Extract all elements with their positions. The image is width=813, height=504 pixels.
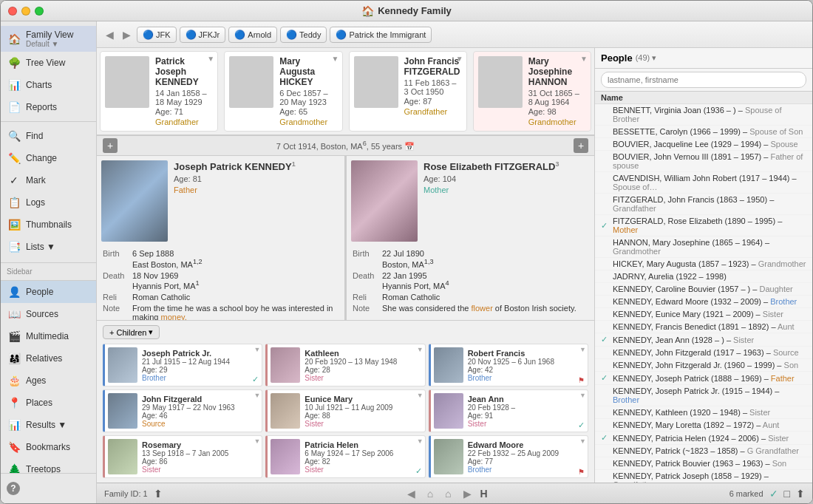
sidebar-item-multimedia[interactable]: 🎬 Multimedia: [1, 325, 96, 347]
person-list-item-fitz-john[interactable]: FITZGERALD, John Francis (1863 – 1950) –…: [595, 194, 812, 215]
jpk-photo-area: Joseph Patrick KENNEDY1 Age: 81 Father: [97, 156, 344, 246]
person-list-item-bessette[interactable]: BESSETTE, Carolyn (1966 – 1999) – Spouse…: [595, 126, 812, 138]
bottom-bookmark-icon[interactable]: □: [784, 488, 790, 500]
person-list-item-hickey[interactable]: HICKEY, Mary Augusta (1857 – 1923) – Gra…: [595, 258, 812, 270]
people-search-input[interactable]: [601, 72, 806, 88]
person-list-item-hannon[interactable]: HANNON, Mary Josephine (1865 – 1964) – G…: [595, 236, 812, 258]
maternal-grandmother-card[interactable]: Mary Josephine HANNON 31 Oct 1865 – 8 Au…: [473, 51, 591, 132]
sidebar-item-relatives[interactable]: 👨‍👩‍👧 Relatives: [1, 347, 96, 370]
sidebar-item-treetops[interactable]: 🌲 Treetops: [1, 458, 96, 473]
child-card-eunice[interactable]: Eunice Mary 10 Jul 1921 – 11 Aug 2009 Ag…: [265, 389, 425, 432]
paternal-grandfather-dates: 14 Jan 1858 – 18 May 1929: [155, 89, 213, 106]
child-card-kathleen[interactable]: Kathleen 20 Feb 1920 – 13 May 1948 Age: …: [265, 344, 425, 386]
person-list-item-bennett[interactable]: BENNETT, Virginia Joan (1936 – ) – Spous…: [595, 104, 812, 126]
tab-arnold[interactable]: 🔵 Arnold: [228, 27, 277, 43]
sidebar-item-sources[interactable]: 📖 Sources: [1, 303, 96, 325]
add-spouse-right-button[interactable]: +: [574, 138, 588, 153]
jpk-photo[interactable]: [101, 160, 168, 242]
person-list-item-fitz-rose[interactable]: ✓ FITZGERALD, Rose Elizabeth (1890 – 199…: [595, 215, 812, 236]
jpk-facts: Birth 6 Sep 1888 East Boston, MA1,2 Deat…: [97, 246, 344, 320]
person-list-item-jadrny[interactable]: JADRNY, Aurelia (1922 – 1998): [595, 270, 812, 283]
close-button[interactable]: [8, 7, 17, 16]
person-list-item-kennedy-mary-l[interactable]: KENNEDY, Mary Loretta (1892 – 1972) – Au…: [595, 419, 812, 432]
child-card-edward[interactable]: Edward Moore 22 Feb 1932 – 25 Aug 2009 A…: [429, 435, 588, 478]
sidebar-item-find[interactable]: 🔍 Find: [1, 125, 96, 147]
edward-photo: [434, 439, 463, 474]
rose-name[interactable]: Rose Elizabeth FITZGERALD3: [423, 160, 590, 172]
person-list-item-kennedy-jp[interactable]: ✓ KENNEDY, Joseph Patrick (1888 – 1969) …: [595, 372, 812, 385]
sidebar-section-text: Sidebar: [1, 266, 96, 277]
person-list-item-bouvier-j[interactable]: BOUVIER, Jacqueline Lee (1929 – 1994) – …: [595, 138, 812, 151]
sidebar-item-thumbnails[interactable]: 🖼️ Thumbnails: [1, 214, 96, 236]
person-list-item-cavendish[interactable]: CAVENDISH, William John Robert (1917 – 1…: [595, 172, 812, 194]
person-list-item-kennedy-kathleen[interactable]: KENNEDY, Kathleen (1920 – 1948) – Sister: [595, 406, 812, 419]
person-list-item-kennedy-eunice[interactable]: KENNEDY, Eunice Mary (1921 – 2009) – Sis…: [595, 308, 812, 321]
paternal-grandfather-card[interactable]: Patrick Joseph KENNEDY 14 Jan 1858 – 18 …: [100, 51, 218, 132]
mark-icon: ✓: [7, 173, 21, 188]
help-button[interactable]: ?: [1, 478, 96, 499]
person-list-item-kennedy-edward[interactable]: KENNEDY, Edward Moore (1932 – 2009) – Br…: [595, 296, 812, 308]
paternal-grandmother-arrow: ▼: [332, 55, 339, 63]
nav-forward-button[interactable]: ▶: [460, 488, 474, 500]
person-list-item-kennedy-jfjr[interactable]: KENNEDY, John Fitzgerald Jr. (1960 – 199…: [595, 359, 812, 372]
edward-info: Edward Moore 22 Feb 1932 – 25 Aug 2009 A…: [468, 440, 585, 474]
person-list-item-kennedy-caroline[interactable]: KENNEDY, Caroline Bouvier (1957 – ) – Da…: [595, 283, 812, 296]
people-chevron[interactable]: ▾: [652, 53, 656, 62]
sidebar-item-mark[interactable]: ✓ Mark: [1, 169, 96, 191]
maternal-grandfather-card[interactable]: John Francis FITZGERALD 11 Feb 1863 – 3 …: [349, 51, 467, 132]
sidebar-item-lists[interactable]: 📑 Lists ▼: [1, 236, 96, 258]
paternal-grandmother-card[interactable]: Mary Augusta HICKEY 6 Dec 1857 – 20 May …: [224, 51, 342, 132]
nav-home-button[interactable]: ⌂: [424, 488, 436, 500]
person-list-item-kennedy-jf[interactable]: KENNEDY, John Fitzgerald (1917 – 1963) –…: [595, 347, 812, 359]
person-list-item-kennedy-pj[interactable]: KENNEDY, Patrick Joseph (1858 – 1929) – …: [595, 470, 812, 483]
center-panel: Patrick Joseph KENNEDY 14 Jan 1858 – 18 …: [97, 48, 594, 483]
sidebar-item-people[interactable]: 👤 People: [1, 281, 96, 303]
nav-h-button[interactable]: H: [480, 488, 488, 500]
toolbar-arrow-left[interactable]: ◀: [103, 27, 117, 42]
person-list-item-kennedy-francis[interactable]: KENNEDY, Francis Benedict (1891 – 1892) …: [595, 321, 812, 333]
sidebar-item-bookmarks[interactable]: 🔖 Bookmarks: [1, 436, 96, 458]
sidebar-item-change[interactable]: ✏️ Change: [1, 147, 96, 169]
tab-patrick[interactable]: 🔵 Patrick the Immigrant: [330, 27, 432, 43]
sidebar-item-charts[interactable]: 📊 Charts: [1, 74, 96, 96]
child-card-joseph-jr[interactable]: Joseph Patrick Jr. 21 Jul 1915 – 12 Aug …: [103, 344, 262, 386]
jpk-name[interactable]: Joseph Patrick KENNEDY1: [174, 160, 340, 172]
toolbar-arrow-right[interactable]: ▶: [120, 27, 134, 42]
sidebar-item-tree-view[interactable]: 🌳 Tree View: [1, 52, 96, 74]
tab-jfk[interactable]: 🔵 JFK: [137, 27, 177, 43]
bottom-share-icon2[interactable]: ⬆: [796, 488, 805, 500]
add-spouse-left-button[interactable]: +: [103, 138, 118, 153]
teddy-flag: 🔵: [286, 30, 297, 40]
person-list-item-kennedy-jpjr[interactable]: KENNEDY, Joseph Patrick Jr. (1915 – 1944…: [595, 385, 812, 406]
person-list-item-kennedy-patrick-old[interactable]: KENNEDY, Patrick (~1823 – 1858) – G Gran…: [595, 445, 812, 457]
sidebar-item-ages[interactable]: 🎂 Ages: [1, 370, 96, 392]
sidebar-item-places[interactable]: 📍 Places: [1, 392, 96, 414]
person-list-item-kennedy-patricia[interactable]: ✓ KENNEDY, Patricia Helen (1924 – 2006) …: [595, 432, 812, 445]
child-card-patricia[interactable]: Patricia Helen 6 May 1924 – 17 Sep 2006 …: [265, 435, 425, 478]
child-card-rosemary[interactable]: Rosemary 13 Sep 1918 – 7 Jan 2005 Age: 8…: [103, 435, 262, 478]
child-card-robert[interactable]: Robert Francis 20 Nov 1925 – 6 Jun 1968 …: [429, 344, 588, 386]
rose-photo[interactable]: [351, 160, 418, 242]
nav-house-open-button[interactable]: ⌂: [442, 488, 454, 500]
add-children-button[interactable]: + Children ▾: [103, 325, 160, 339]
person-list-item-kennedy-jean[interactable]: ✓ KENNEDY, Jean Ann (1928 – ) – Sister: [595, 333, 812, 347]
sidebar-item-family-view[interactable]: 🏠 Family View Default ▼: [1, 26, 96, 52]
nav-back-button[interactable]: ◀: [404, 488, 418, 500]
child-card-jean[interactable]: Jean Ann 20 Feb 1928 – Age: 91 Sister ✓ …: [429, 389, 588, 432]
bottom-share-icon[interactable]: ⬆: [154, 488, 163, 500]
paternal-grandmother-dates: 6 Dec 1857 – 20 May 1923: [279, 89, 337, 106]
person-list-item-kennedy-patrick-b[interactable]: KENNEDY, Patrick Bouvier (1963 – 1963) –…: [595, 457, 812, 470]
rosemary-arrow: ▼: [254, 437, 260, 445]
child-card-john-fitz[interactable]: John Fitzgerald 29 May 1917 – 22 Nov 196…: [103, 389, 262, 432]
tab-jfkjr[interactable]: 🔵 JFKJr: [180, 27, 226, 43]
sidebar-item-reports[interactable]: 📄 Reports: [1, 96, 96, 118]
sidebar-item-logs[interactable]: 📋 Logs: [1, 191, 96, 214]
person-list-item-bouvier-john[interactable]: BOUVIER, John Vernou III (1891 – 1957) –…: [595, 151, 812, 172]
minimize-button[interactable]: [21, 7, 30, 16]
tab-teddy[interactable]: 🔵 Teddy: [280, 27, 327, 43]
maximize-button[interactable]: [35, 7, 44, 16]
kennedy-jp-text: KENNEDY, Joseph Patrick (1888 – 1969) – …: [613, 374, 806, 383]
sidebar-item-results[interactable]: 📊 Results ▼: [1, 414, 96, 436]
sidebar-item-bookmarks-label: Bookmarks: [26, 442, 70, 452]
arnold-flag: 🔵: [234, 30, 245, 40]
